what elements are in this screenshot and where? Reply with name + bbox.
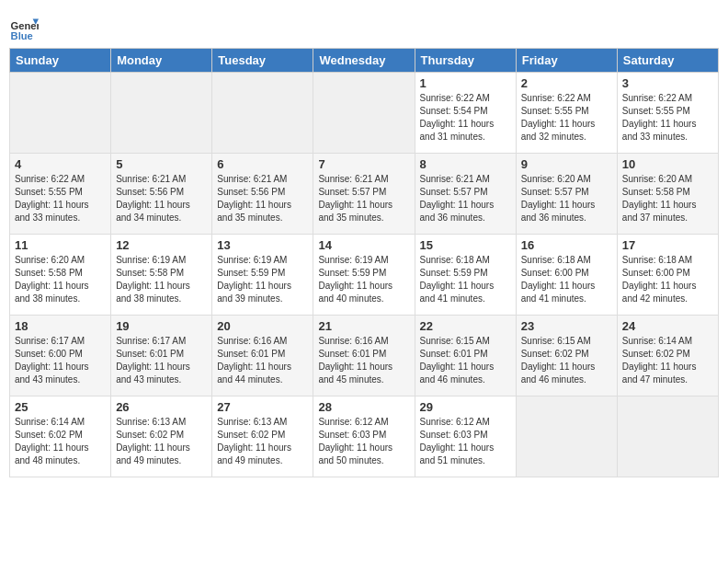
day-header-sunday: Sunday [10,49,111,73]
day-info: Sunrise: 6:19 AMSunset: 5:58 PMDaylight:… [116,254,207,305]
day-header-tuesday: Tuesday [212,49,313,73]
day-cell: 8 Sunrise: 6:21 AMSunset: 5:57 PMDayligh… [415,154,516,235]
day-info: Sunrise: 6:15 AMSunset: 6:02 PMDaylight:… [521,335,612,386]
day-cell: 14 Sunrise: 6:19 AMSunset: 5:59 PMDaylig… [313,235,415,316]
day-cell [10,73,111,154]
week-row-2: 4 Sunrise: 6:22 AMSunset: 5:55 PMDayligh… [10,154,719,235]
day-cell: 4 Sunrise: 6:22 AMSunset: 5:55 PMDayligh… [10,154,111,235]
day-number: 11 [15,238,106,252]
day-number: 27 [217,400,308,414]
day-info: Sunrise: 6:22 AMSunset: 5:55 PMDaylight:… [622,92,713,144]
day-number: 23 [521,319,612,333]
day-number: 5 [116,157,207,171]
day-number: 16 [521,238,612,252]
day-number: 19 [116,319,207,333]
day-info: Sunrise: 6:17 AMSunset: 6:00 PMDaylight:… [15,335,106,386]
day-number: 13 [217,238,308,252]
day-info: Sunrise: 6:12 AMSunset: 6:03 PMDaylight:… [420,416,511,467]
day-number: 15 [420,238,511,252]
day-info: Sunrise: 6:20 AMSunset: 5:58 PMDaylight:… [15,254,106,305]
day-header-friday: Friday [516,49,617,73]
day-number: 14 [318,238,409,252]
day-cell: 26 Sunrise: 6:13 AMSunset: 6:02 PMDaylig… [111,396,212,477]
day-cell: 22 Sunrise: 6:15 AMSunset: 6:01 PMDaylig… [415,316,516,396]
day-cell: 7 Sunrise: 6:21 AMSunset: 5:57 PMDayligh… [313,154,415,235]
day-number: 6 [217,157,308,171]
day-cell [516,396,617,477]
svg-text:Blue: Blue [11,30,33,41]
day-cell [617,396,718,477]
day-info: Sunrise: 6:22 AMSunset: 5:55 PMDaylight:… [15,173,106,224]
day-cell: 25 Sunrise: 6:14 AMSunset: 6:02 PMDaylig… [10,396,111,477]
day-cell: 27 Sunrise: 6:13 AMSunset: 6:02 PMDaylig… [212,396,313,477]
week-row-5: 25 Sunrise: 6:14 AMSunset: 6:02 PMDaylig… [10,396,719,477]
day-info: Sunrise: 6:16 AMSunset: 6:01 PMDaylight:… [217,335,308,386]
day-number: 21 [318,319,409,333]
day-cell: 28 Sunrise: 6:12 AMSunset: 6:03 PMDaylig… [313,396,415,477]
day-cell: 13 Sunrise: 6:19 AMSunset: 5:59 PMDaylig… [212,235,313,316]
logo: General Blue [9,13,39,42]
day-cell: 23 Sunrise: 6:15 AMSunset: 6:02 PMDaylig… [516,316,617,396]
day-info: Sunrise: 6:12 AMSunset: 6:03 PMDaylight:… [318,416,409,467]
day-info: Sunrise: 6:18 AMSunset: 6:00 PMDaylight:… [622,254,713,305]
day-cell: 16 Sunrise: 6:18 AMSunset: 6:00 PMDaylig… [516,235,617,316]
day-cell: 18 Sunrise: 6:17 AMSunset: 6:00 PMDaylig… [10,316,111,396]
day-number: 3 [622,76,713,90]
day-cell: 24 Sunrise: 6:14 AMSunset: 6:02 PMDaylig… [617,316,718,396]
day-number: 17 [622,238,713,252]
day-number: 9 [521,157,612,171]
day-info: Sunrise: 6:13 AMSunset: 6:02 PMDaylight:… [217,416,308,467]
day-info: Sunrise: 6:18 AMSunset: 5:59 PMDaylight:… [420,254,511,305]
day-number: 18 [15,319,106,333]
day-header-saturday: Saturday [617,49,718,73]
header: General Blue [9,9,719,42]
day-cell: 9 Sunrise: 6:20 AMSunset: 5:57 PMDayligh… [516,154,617,235]
day-cell: 19 Sunrise: 6:17 AMSunset: 6:01 PMDaylig… [111,316,212,396]
day-cell: 5 Sunrise: 6:21 AMSunset: 5:56 PMDayligh… [111,154,212,235]
header-row: SundayMondayTuesdayWednesdayThursdayFrid… [10,49,719,73]
day-number: 28 [318,400,409,414]
day-info: Sunrise: 6:21 AMSunset: 5:56 PMDaylight:… [217,173,308,224]
day-info: Sunrise: 6:21 AMSunset: 5:57 PMDaylight:… [318,173,409,224]
day-number: 4 [15,157,106,171]
day-number: 7 [318,157,409,171]
week-row-1: 1 Sunrise: 6:22 AMSunset: 5:54 PMDayligh… [10,73,719,154]
day-number: 10 [622,157,713,171]
day-info: Sunrise: 6:16 AMSunset: 6:01 PMDaylight:… [318,335,409,386]
day-info: Sunrise: 6:21 AMSunset: 5:56 PMDaylight:… [116,173,207,224]
day-cell: 20 Sunrise: 6:16 AMSunset: 6:01 PMDaylig… [212,316,313,396]
day-number: 1 [420,76,511,90]
day-number: 25 [15,400,106,414]
day-cell: 2 Sunrise: 6:22 AMSunset: 5:55 PMDayligh… [516,73,617,154]
day-header-monday: Monday [111,49,212,73]
day-number: 8 [420,157,511,171]
day-info: Sunrise: 6:15 AMSunset: 6:01 PMDaylight:… [420,335,511,386]
day-number: 24 [622,319,713,333]
logo-icon: General Blue [9,13,39,42]
week-row-3: 11 Sunrise: 6:20 AMSunset: 5:58 PMDaylig… [10,235,719,316]
day-cell: 10 Sunrise: 6:20 AMSunset: 5:58 PMDaylig… [617,154,718,235]
week-row-4: 18 Sunrise: 6:17 AMSunset: 6:00 PMDaylig… [10,316,719,396]
day-number: 22 [420,319,511,333]
day-cell: 11 Sunrise: 6:20 AMSunset: 5:58 PMDaylig… [10,235,111,316]
day-cell: 6 Sunrise: 6:21 AMSunset: 5:56 PMDayligh… [212,154,313,235]
day-cell: 12 Sunrise: 6:19 AMSunset: 5:58 PMDaylig… [111,235,212,316]
day-info: Sunrise: 6:18 AMSunset: 6:00 PMDaylight:… [521,254,612,305]
day-info: Sunrise: 6:14 AMSunset: 6:02 PMDaylight:… [622,335,713,386]
day-info: Sunrise: 6:21 AMSunset: 5:57 PMDaylight:… [420,173,511,224]
day-header-thursday: Thursday [415,49,516,73]
day-info: Sunrise: 6:19 AMSunset: 5:59 PMDaylight:… [217,254,308,305]
day-cell [313,73,415,154]
day-info: Sunrise: 6:14 AMSunset: 6:02 PMDaylight:… [15,416,106,467]
day-info: Sunrise: 6:22 AMSunset: 5:55 PMDaylight:… [521,92,612,144]
day-number: 29 [420,400,511,414]
day-info: Sunrise: 6:20 AMSunset: 5:58 PMDaylight:… [622,173,713,224]
day-cell: 1 Sunrise: 6:22 AMSunset: 5:54 PMDayligh… [415,73,516,154]
day-cell: 29 Sunrise: 6:12 AMSunset: 6:03 PMDaylig… [415,396,516,477]
day-cell: 21 Sunrise: 6:16 AMSunset: 6:01 PMDaylig… [313,316,415,396]
day-number: 20 [217,319,308,333]
day-number: 2 [521,76,612,90]
day-number: 12 [116,238,207,252]
day-info: Sunrise: 6:20 AMSunset: 5:57 PMDaylight:… [521,173,612,224]
day-info: Sunrise: 6:22 AMSunset: 5:54 PMDaylight:… [420,92,511,144]
